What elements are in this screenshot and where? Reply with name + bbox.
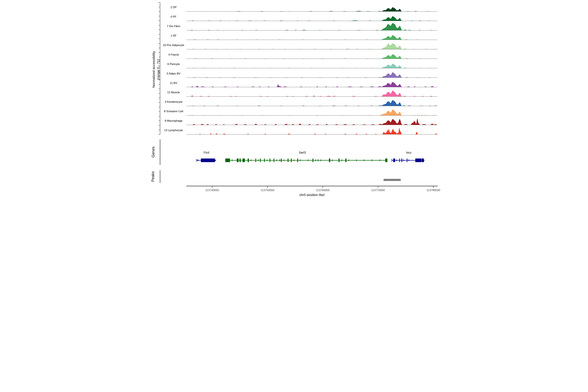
peaks-section: Peaks bbox=[151, 170, 401, 183]
coverage-area bbox=[186, 54, 438, 59]
gene-exon bbox=[281, 158, 282, 162]
track-label: 0 PF bbox=[171, 15, 176, 18]
gene-exon bbox=[288, 158, 288, 162]
gene-exon bbox=[201, 158, 215, 162]
gene-model: Iscu bbox=[391, 151, 424, 162]
gene-model: Sart3 bbox=[225, 151, 387, 162]
coverage-track: 11 BV bbox=[170, 82, 438, 87]
gene-exon bbox=[291, 158, 292, 162]
gene-exon bbox=[399, 158, 400, 162]
y-axis: Normalized accessibility (range 0 - 71) bbox=[152, 2, 160, 134]
gene-exon bbox=[385, 158, 388, 162]
gene-exon bbox=[240, 158, 240, 162]
track-label: 4 Fascia bbox=[168, 53, 179, 56]
gene-model: Ficd bbox=[196, 151, 216, 162]
peaks-section-label: Peaks bbox=[151, 171, 155, 182]
gene-exon bbox=[260, 158, 261, 162]
coverage-track: 13 Lymphocyte bbox=[164, 128, 438, 134]
coverage-figure: Normalized accessibility (range 0 - 71) … bbox=[147, 0, 441, 196]
track-label: 7 Div Fibro bbox=[167, 25, 180, 28]
coverage-track: 8 Schwann Cell bbox=[164, 110, 438, 116]
gene-exon bbox=[274, 158, 274, 162]
coverage-track: 10 Pre-Adipocyte bbox=[163, 43, 438, 49]
gene-exon bbox=[415, 158, 422, 162]
track-label: 1 RF bbox=[170, 34, 176, 37]
track-label: 13 Lymphocyte bbox=[164, 129, 183, 132]
x-axis-tick-label: 113770000 bbox=[371, 189, 385, 192]
coverage-area bbox=[186, 16, 438, 21]
track-label: 3 Keratinocyte bbox=[165, 100, 182, 104]
gene-exon bbox=[329, 158, 330, 162]
coverage-area bbox=[186, 110, 438, 116]
gene-name-label: Ficd bbox=[204, 151, 209, 154]
coverage-track: 7 Div Fibro bbox=[167, 23, 438, 30]
gene-name-label: Iscu bbox=[406, 151, 412, 154]
coverage-area bbox=[186, 91, 438, 96]
y-axis-label-line1: Normalized accessibility bbox=[152, 51, 156, 88]
coverage-track: 6 Pericyte bbox=[168, 62, 438, 68]
gene-exon bbox=[312, 158, 313, 162]
track-label: 12 Muscle bbox=[167, 91, 180, 94]
coverage-area bbox=[186, 128, 438, 134]
genome-browser-svg: Normalized accessibility (range 0 - 71) … bbox=[147, 0, 441, 196]
coverage-area bbox=[186, 7, 438, 12]
track-label: 2 DP bbox=[170, 6, 177, 9]
coverage-area bbox=[186, 82, 438, 87]
gene-exon bbox=[422, 158, 424, 162]
gene-exon bbox=[402, 158, 402, 162]
coverage-area bbox=[186, 64, 438, 68]
coverage-area bbox=[186, 72, 438, 78]
track-label: 8 Schwann Cell bbox=[164, 110, 183, 113]
coverage-track: 5 Adipo BV bbox=[166, 72, 438, 78]
gene-exon bbox=[407, 158, 407, 162]
gene-exon bbox=[338, 158, 340, 162]
gene-name-label: Sart3 bbox=[299, 151, 306, 154]
coverage-track: 9 Macrophage bbox=[165, 119, 438, 125]
track-label: 11 BV bbox=[170, 82, 178, 84]
gene-exon bbox=[237, 158, 238, 162]
track-label: 10 Pre-Adipocyte bbox=[163, 44, 184, 47]
gene-exon bbox=[345, 158, 346, 162]
coverage-area bbox=[186, 100, 438, 106]
x-axis-tick-label: 113780000 bbox=[426, 189, 440, 192]
x-axis: chr5 position (bp) 113740000113750000113… bbox=[186, 186, 440, 196]
track-label: 5 Adipo BV bbox=[166, 72, 180, 75]
coverage-track: 2 DP bbox=[170, 6, 438, 12]
gene-exon bbox=[264, 158, 265, 162]
coverage-track: 1 RF bbox=[170, 34, 438, 40]
coverage-track: 12 Muscle bbox=[167, 91, 438, 96]
gene-exon bbox=[280, 159, 280, 162]
gene-exon bbox=[242, 158, 245, 162]
coverage-area bbox=[186, 43, 438, 49]
gene-exon bbox=[270, 158, 270, 162]
x-axis-tick-label: 113750000 bbox=[261, 189, 274, 192]
gene-exon bbox=[318, 159, 318, 162]
genes-section-label: Genes bbox=[151, 146, 155, 158]
coverage-area bbox=[186, 35, 438, 40]
gene-exon bbox=[297, 158, 298, 162]
gene-exon bbox=[225, 158, 230, 162]
x-axis-title: chr5 position (bp) bbox=[300, 193, 325, 196]
x-axis-tick-label: 113740000 bbox=[205, 189, 219, 192]
coverage-area bbox=[186, 23, 438, 30]
track-label: 9 Macrophage bbox=[165, 119, 182, 122]
y-axis-label-line2: (range 0 - 71) bbox=[156, 59, 160, 80]
coverage-track: 0 PF bbox=[171, 15, 438, 21]
genes-section: Genes FicdSart3Iscu bbox=[151, 140, 424, 165]
gene-exon bbox=[393, 158, 395, 162]
x-axis-tick-label: 113760000 bbox=[316, 189, 330, 192]
gene-exon bbox=[256, 158, 256, 162]
coverage-track: 4 Fascia bbox=[168, 53, 438, 59]
gene-exon bbox=[248, 158, 249, 162]
coverage-tracks: 2 DP0 PF7 Div Fibro1 RF10 Pre-Adipocyte4… bbox=[163, 6, 438, 134]
coverage-track: 3 Keratinocyte bbox=[165, 100, 438, 106]
track-label: 6 Pericyte bbox=[168, 62, 180, 66]
peak-interval-bar bbox=[384, 179, 401, 181]
coverage-area bbox=[186, 119, 438, 125]
